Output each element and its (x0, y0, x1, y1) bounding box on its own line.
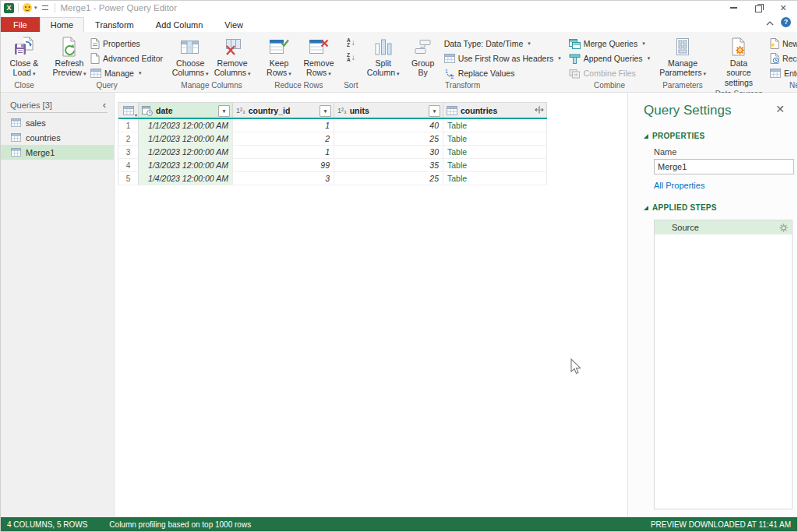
cell-date[interactable]: 1/1/2023 12:00:00 AM (139, 119, 233, 132)
dropdown-caret-icon: ▾ (648, 55, 651, 62)
tab-home[interactable]: Home (40, 17, 84, 32)
cell-units[interactable]: 25 (334, 132, 443, 146)
cell-units[interactable]: 30 (334, 146, 443, 159)
cell-units[interactable]: 40 (334, 119, 443, 132)
cell-country_id[interactable]: 1 (233, 119, 334, 132)
recent-sources-button[interactable]: Recent Sources▾ (770, 51, 798, 65)
new-source-button[interactable]: New Source▾ (770, 37, 798, 51)
cell-date[interactable]: 1/1/2023 12:00:00 AM (139, 132, 233, 146)
tab-transform[interactable]: Transform (84, 17, 145, 32)
minimize-icon (730, 7, 737, 9)
tab-file[interactable]: File (1, 17, 40, 32)
cell-countries[interactable]: Table (443, 146, 547, 159)
properties-section-header[interactable]: PROPERTIES (644, 132, 788, 140)
split-column-icon (374, 36, 393, 57)
dropdown-caret-icon: ▾ (248, 71, 251, 76)
sort-ascending-button[interactable]: AZ↓ (345, 36, 357, 49)
minimize-button[interactable] (721, 1, 746, 15)
enter-data-button[interactable]: Enter Data (770, 66, 798, 80)
split-column-button[interactable]: Split Column▾ (365, 34, 402, 79)
column-header-countries[interactable]: countries (443, 103, 547, 118)
cell-country_id[interactable]: 3 (233, 172, 334, 185)
row-number[interactable]: 3 (118, 146, 139, 159)
cell-countries[interactable]: Table (443, 132, 547, 146)
collapse-pane-icon[interactable]: ‹ (103, 101, 106, 109)
cell-date[interactable]: 1/2/2023 12:00:00 AM (139, 146, 233, 159)
choose-columns-button[interactable]: Choose Columns▾ (171, 34, 210, 79)
tab-add-column[interactable]: Add Column (145, 17, 214, 32)
row-number[interactable]: 4 (118, 159, 139, 172)
chevron-down-icon[interactable]: ▾ (34, 5, 37, 11)
cell-units[interactable]: 25 (334, 172, 443, 185)
ribbon-group-combine: Merge Queries▾ Append Queries▾ Combine F… (566, 33, 653, 92)
cell-country_id[interactable]: 1 (233, 146, 334, 159)
manage-parameters-button[interactable]: Manage Parameters▾ (658, 34, 708, 79)
properties-button[interactable]: Properties (90, 37, 163, 51)
filter-button[interactable]: ▾ (218, 105, 230, 117)
sort-descending-button[interactable]: ZA↓ (345, 51, 357, 64)
tab-view[interactable]: View (214, 17, 254, 32)
row-number[interactable]: 2 (118, 132, 139, 146)
quick-access-toolbar-icon[interactable] (42, 5, 48, 10)
cell-country_id[interactable]: 99 (233, 159, 334, 172)
query-item-sales[interactable]: sales (1, 115, 114, 130)
expand-column-button[interactable] (535, 106, 544, 115)
query-name-input[interactable] (654, 159, 794, 174)
use-first-row-as-headers-button[interactable]: Use First Row as Headers▾ (444, 51, 561, 65)
keep-rows-button[interactable]: Keep Rows▾ (260, 34, 298, 79)
status-bar: 4 COLUMNS, 5 ROWS Column profiling based… (1, 517, 797, 532)
column-header-units[interactable]: 1²₃ units ▾ (334, 103, 443, 118)
close-button[interactable]: × (771, 1, 796, 15)
data-source-settings-icon (730, 36, 747, 57)
column-header-date[interactable]: date ▾ (139, 103, 233, 118)
applied-step-Source[interactable]: Source (655, 220, 792, 234)
row-number[interactable]: 1 (118, 119, 139, 132)
query-settings-title: Query Settings (644, 103, 788, 118)
cell-countries[interactable]: Table (443, 159, 547, 172)
filter-button[interactable]: ▾ (320, 105, 331, 117)
query-item-Merge1[interactable]: Merge1 (1, 145, 114, 160)
title-bar: X ▾ Merge1 - Power Query Editor × (1, 1, 797, 15)
close-pane-icon[interactable]: ✕ (775, 104, 785, 115)
ribbon-group-new-query: New Source▾ Recent Sources▾ Enter Data N… (767, 33, 798, 92)
merge-queries-button[interactable]: Merge Queries▾ (569, 37, 650, 51)
dropdown-caret-icon: ▾ (397, 71, 400, 76)
cell-units[interactable]: 35 (334, 159, 443, 172)
cell-countries[interactable]: Table (443, 119, 547, 132)
query-item-countries[interactable]: countries (1, 130, 114, 145)
remove-columns-button[interactable]: Remove Columns▾ (212, 34, 252, 79)
group-by-button[interactable]: Group By (404, 34, 442, 79)
collapse-triangle-icon (644, 206, 648, 210)
cell-countries[interactable]: Table (443, 172, 547, 185)
manage-button[interactable]: Manage▾ (90, 66, 163, 80)
remove-rows-button[interactable]: Remove Rows▾ (300, 34, 337, 79)
ribbon-group-data-sources: Data source settings Data Sources (712, 33, 765, 92)
data-type-button[interactable]: Data Type: Date/Time▾ (444, 37, 561, 51)
gear-icon[interactable] (779, 224, 788, 232)
refresh-preview-button[interactable]: Refresh Preview▾ (51, 34, 88, 79)
select-all-corner-button[interactable]: ▾ (118, 103, 139, 118)
queries-count-label: Queries [3] (10, 100, 52, 110)
cell-country_id[interactable]: 2 (233, 132, 334, 146)
feedback-smiley-icon[interactable] (23, 3, 32, 12)
properties-icon (90, 38, 100, 49)
sort-za-icon: ZA (347, 53, 351, 62)
row-number[interactable]: 5 (118, 172, 139, 185)
append-queries-button[interactable]: Append Queries▾ (569, 51, 650, 65)
replace-values-button[interactable]: 12 Replace Values (444, 66, 561, 80)
restore-button[interactable] (746, 1, 771, 15)
filter-button[interactable]: ▾ (429, 105, 440, 117)
recent-sources-icon (770, 53, 779, 64)
cell-date[interactable]: 1/3/2023 12:00:00 AM (139, 159, 233, 172)
close-and-load-button[interactable]: Close & Load▾ (5, 34, 43, 79)
data-source-settings-button[interactable]: Data source settings (715, 34, 762, 89)
all-properties-link[interactable]: All Properties (654, 181, 788, 190)
applied-steps-section-header[interactable]: APPLIED STEPS (644, 203, 788, 212)
help-icon[interactable]: ? (781, 17, 791, 27)
cell-date[interactable]: 1/4/2023 12:00:00 AM (139, 172, 233, 185)
svg-text:2: 2 (450, 74, 454, 79)
advanced-editor-button[interactable]: Advanced Editor (90, 51, 163, 65)
profiling-status[interactable]: Column profiling based on top 1000 rows (109, 520, 251, 529)
collapse-ribbon-button[interactable] (766, 15, 774, 29)
column-header-country-id[interactable]: 1²₃ country_id ▾ (233, 103, 334, 118)
